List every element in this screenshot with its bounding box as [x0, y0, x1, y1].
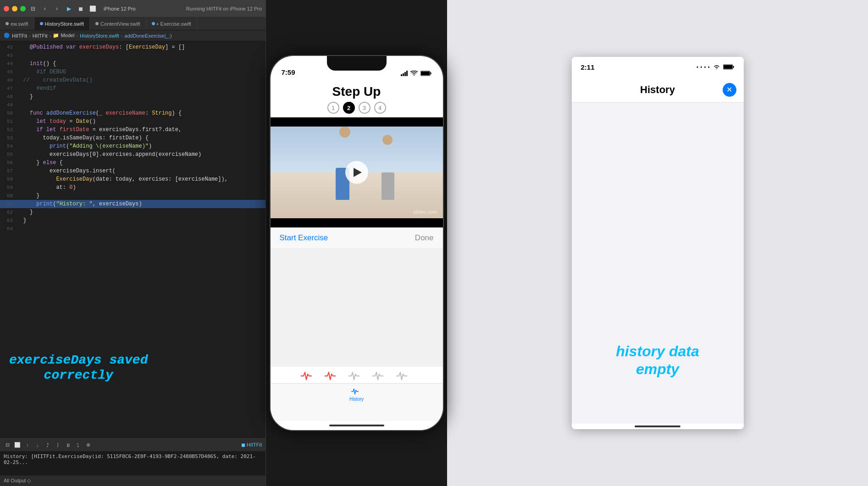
- tab-dot-historystore: [40, 22, 43, 25]
- history-home-bar: [635, 425, 680, 427]
- run-status: Running HIITFit on iPhone 12 Pro: [186, 6, 262, 11]
- code-line-59: 59 at: 0): [0, 183, 265, 192]
- simulator-panel: 7:59: [266, 0, 447, 486]
- code-line-52: 52 if let firstDate = exerciseDays.first…: [0, 126, 265, 134]
- heartbeat-row: [271, 367, 443, 383]
- app-header: Step Up 1 2 3 4: [271, 79, 443, 117]
- stop-button[interactable]: ◼: [76, 4, 85, 13]
- code-line-51: 51 let today = Date(): [0, 117, 265, 126]
- console-search-icon[interactable]: ⤵: [74, 442, 82, 449]
- step-3[interactable]: 3: [359, 102, 370, 114]
- annotation-exercises-saved: exerciseDays savedcorrectly: [9, 353, 148, 383]
- console-settings-icon[interactable]: ⊕: [84, 442, 92, 449]
- code-line-56: 56 } else {: [0, 159, 265, 167]
- sidebar-toggle-icon[interactable]: ⊟: [28, 4, 38, 13]
- history-status-icons: • • • •: [697, 64, 734, 70]
- history-nav-bar: History ✕: [572, 77, 744, 103]
- breadcrumb-historystore[interactable]: HistoryStore.swift: [80, 33, 119, 39]
- step-indicators: 1 2 3 4: [278, 102, 436, 114]
- status-time: 7:59: [282, 68, 295, 76]
- console-down-icon[interactable]: ↓: [34, 442, 41, 449]
- app-title: Step Up: [278, 84, 436, 99]
- code-line-60: 60 }: [0, 192, 265, 200]
- code-line-50: 50 func addDoneExercise(_ exerciseName: …: [0, 109, 265, 117]
- exercise-sheet: Start Exercise Done: [271, 227, 443, 248]
- wifi-icon: [410, 71, 418, 76]
- breadcrumb-hiitfit-label1[interactable]: HIITFit: [12, 33, 27, 39]
- history-content-area: history dataempty: [572, 103, 744, 424]
- history-tab-icon: [351, 387, 362, 396]
- close-button[interactable]: ✕: [723, 83, 736, 97]
- console-jump-icon[interactable]: ⤴: [44, 442, 51, 449]
- code-line-44: 44 init() {: [0, 60, 265, 68]
- video-watermark: clideo.com: [413, 209, 437, 215]
- step-4[interactable]: 4: [374, 102, 386, 114]
- xcode-toolbar: ⊟ ‹ › ▶ ◼ ⬜ iPhone 12 Pro Running HIITFi…: [0, 0, 265, 17]
- console-scheme-label: ◼ HIITFit: [241, 442, 262, 448]
- console-clear-icon[interactable]: ⊟: [4, 442, 11, 449]
- history-battery-icon: [723, 64, 735, 70]
- minimize-traffic-light[interactable]: [12, 6, 17, 11]
- tab-dot-ew: [6, 22, 9, 25]
- breadcrumb-adddone[interactable]: addDoneExercise(_:): [124, 33, 171, 39]
- step-2[interactable]: 2: [343, 102, 355, 114]
- history-data-annotation: history dataempty: [572, 342, 744, 378]
- tab-exercise-swift[interactable]: • Exercise.swift: [146, 17, 197, 30]
- code-line-58: 58 ExerciseDay(date: today, exercises: […: [0, 175, 265, 183]
- svg-rect-5: [724, 65, 732, 69]
- heartbeat-icon-5: [396, 370, 413, 381]
- all-output-bar[interactable]: All Output ◇: [0, 475, 265, 486]
- breadcrumb-hiitfit-label2[interactable]: HIITFit: [33, 33, 48, 39]
- code-line-64: 64: [0, 225, 265, 233]
- code-editor[interactable]: 42 @Published var exerciseDays: [Exercis…: [0, 41, 265, 438]
- play-button[interactable]: [345, 161, 368, 184]
- battery-icon: [420, 71, 432, 76]
- iphone-device: 7:59: [270, 55, 444, 431]
- maximize-traffic-light[interactable]: [20, 6, 26, 11]
- breadcrumb-hiitfit1[interactable]: 🔵: [4, 33, 10, 39]
- step-1[interactable]: 1: [327, 102, 339, 114]
- tab-contentview-swift[interactable]: ContentView.swift: [90, 17, 146, 30]
- history-status-time: 2:11: [581, 63, 595, 71]
- play-triangle-icon: [354, 168, 362, 177]
- tab-dot-exercise: [152, 22, 155, 25]
- video-thumbnail[interactable]: clideo.com: [271, 127, 443, 218]
- tab-historystore-swift[interactable]: HistoryStore.swift: [34, 17, 90, 30]
- scheme-icon: ⬜: [88, 4, 97, 13]
- iphone-notch: [327, 56, 387, 71]
- history-panel: 2:11 • • • • History: [447, 0, 868, 486]
- xcode-tabs: ew.swift HistoryStore.swift ContentView.…: [0, 17, 265, 30]
- signal-icon: [401, 71, 408, 76]
- xcode-breadcrumb: 🔵 HIITFit › HIITFit › 📁 Model › HistoryS…: [0, 30, 265, 41]
- code-line-54: 54 print("Adding \(exerciseName)"): [0, 142, 265, 150]
- breadcrumb-model[interactable]: 📁 Model: [53, 33, 74, 39]
- done-button[interactable]: Done: [415, 233, 434, 243]
- start-exercise-button[interactable]: Start Exercise: [280, 233, 328, 243]
- forward-icon[interactable]: ›: [52, 4, 61, 13]
- run-button[interactable]: ▶: [64, 4, 73, 13]
- home-indicator: [271, 421, 443, 430]
- code-line-43: 43: [0, 51, 265, 60]
- code-line-62: 62 }: [0, 208, 265, 216]
- console-up-icon[interactable]: ↑: [24, 442, 31, 449]
- back-icon[interactable]: ‹: [40, 4, 50, 13]
- tab-ew-swift[interactable]: ew.swift: [0, 17, 34, 30]
- console-pause-icon[interactable]: ⏸: [64, 442, 72, 449]
- video-container: clideo.com: [271, 127, 443, 218]
- home-bar: [329, 425, 384, 426]
- console-filter-icon[interactable]: ⬜: [14, 442, 21, 449]
- console-output-text: History: [HIITFit.ExerciseDay(id: 5115F0…: [4, 453, 256, 465]
- console-arrow-icon[interactable]: ⟩: [54, 442, 61, 449]
- iphone-app-content: Step Up 1 2 3 4: [271, 79, 443, 430]
- code-line-42: 42 @Published var exerciseDays: [Exercis…: [0, 43, 265, 51]
- svg-rect-4: [733, 66, 734, 68]
- code-line-49: 49: [0, 101, 265, 109]
- tab-dot-contentview: [95, 22, 99, 25]
- device-name: iPhone 12 Pro: [104, 6, 136, 11]
- heartbeat-icon-4: [372, 370, 389, 381]
- close-traffic-light[interactable]: [4, 6, 9, 11]
- empty-content-area: [271, 248, 443, 367]
- svg-rect-2: [421, 72, 430, 75]
- tab-item-history[interactable]: History: [271, 387, 443, 402]
- close-icon: ✕: [726, 85, 732, 94]
